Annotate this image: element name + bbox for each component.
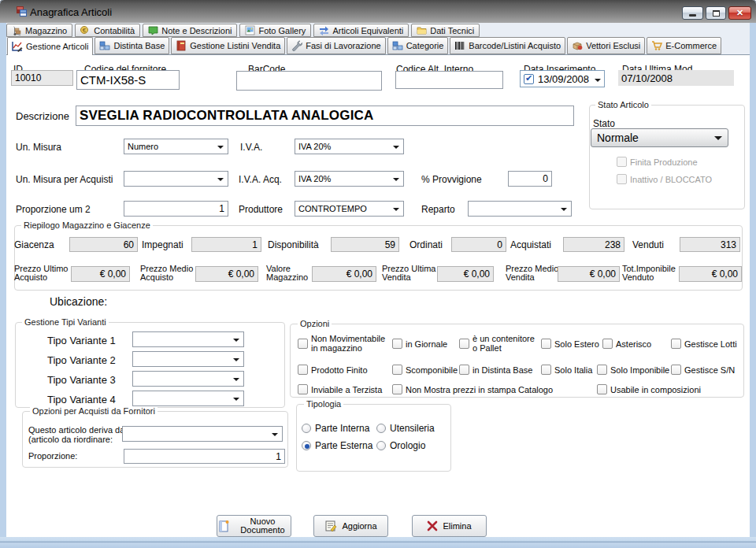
radio-parte-esterna[interactable]: Parte Esterna [302, 440, 372, 451]
data-inserimento-value: 13/09/2008 [538, 73, 589, 85]
nuovo-documento-button[interactable]: Nuovo Documento [217, 515, 291, 537]
provvigione-field[interactable]: 0 [508, 171, 552, 187]
prezzo-medio-vendita-value: € 0,00 [590, 268, 616, 280]
stato-combo[interactable]: Normale [591, 128, 728, 147]
radio-label: Parte Esterna [315, 440, 372, 451]
tipo-variante-3-combo[interactable] [132, 371, 244, 387]
tab-vettori-esclusi[interactable]: Vettori Esclusi [567, 37, 645, 54]
codice-fornitore-field[interactable]: CTM-IX58-S [76, 70, 180, 90]
checkbox-label: Non Movimentabile in magazzino [311, 334, 386, 353]
proporzione-field[interactable]: 1 [124, 449, 285, 464]
iva-combo[interactable]: IVA 20% [295, 139, 404, 154]
deriva-combo[interactable] [122, 426, 283, 442]
ecommerce-icon [651, 40, 662, 51]
checkbox-scomponibile[interactable]: Scomponibile [392, 365, 458, 375]
tab-categorie[interactable]: Categorie [387, 37, 449, 54]
tab-label: Foto Gallery [258, 26, 306, 35]
checkbox-box [392, 384, 402, 394]
finita-produzione-checkbox[interactable]: Finita Produzione [617, 157, 698, 167]
tipo-variante-1-combo[interactable] [132, 331, 244, 347]
checkbox-label: Non Mostra prezzi in stampa Catalogo [406, 385, 553, 394]
radio-orologio[interactable]: Orologio [376, 440, 425, 451]
checkbox-in-distinta-base[interactable]: in Distinta Base [459, 365, 532, 375]
dati-tecnici-icon [417, 25, 427, 35]
tab-barcode-listini-acquisto[interactable]: Barcode/Listini Acquisto [450, 37, 565, 54]
tab-dati-tecnici[interactable]: Dati Tecnici [411, 24, 480, 37]
checkbox-box [392, 365, 402, 375]
tab-gestione-articoli[interactable]: Gestione Articoli [7, 37, 93, 55]
tab-note-descrizioni[interactable]: Note e Descrizioni [143, 24, 237, 37]
proporzione-um2-field[interactable]: 1 [124, 201, 228, 217]
checkbox-usabile-composizioni[interactable]: Usabile in composizioni [597, 384, 701, 394]
barcode-field[interactable] [236, 71, 382, 91]
checkbox-prodotto-finito[interactable]: Prodotto Finito [298, 365, 368, 375]
data-ultima-mod-field: 07/10/2008 [618, 70, 734, 86]
checkbox-box [541, 365, 551, 375]
checkbox-asterisco[interactable]: Asterisco [602, 339, 651, 349]
tab-fasi-lavorazione[interactable]: Fasi di Lavorazione [287, 37, 385, 54]
checkbox-solo-italia[interactable]: Solo Italia [541, 365, 592, 375]
tab-gestione-listini-vendita[interactable]: Gestione Listini Vendita [171, 37, 285, 54]
tab-articoli-equivalenti[interactable]: Articoli Equivalenti [313, 24, 409, 37]
riepilogo-group-title: Riepilogo Magazzino e Giacenze [21, 220, 153, 230]
acquisti-fornitori-group-title: Opzioni per Acquisti da Fornitori [30, 406, 158, 416]
minimize-button[interactable] [682, 6, 703, 20]
reparto-combo[interactable] [468, 201, 572, 217]
proporzione-label: Proporzione: [28, 452, 77, 461]
title-bar[interactable]: Anagrafica Articoli ✕ [0, 0, 756, 23]
tab-ecommerce[interactable]: E-Commerce [647, 37, 721, 54]
un-misura-combo[interactable]: Numero [124, 139, 228, 154]
close-button[interactable]: ✕ [728, 6, 751, 20]
checkbox-in-giornale[interactable]: in Giornale [392, 339, 447, 349]
tipo-variante-4-combo[interactable] [132, 391, 244, 406]
inattivo-bloccato-checkbox[interactable]: Inattivo / BLOCCATO [617, 174, 712, 184]
tipo-variante-2-combo[interactable] [132, 351, 244, 367]
top-tab-row: Magazzino €Contabilità Note e Descrizion… [6, 24, 480, 37]
checkbox-label: è un contenitore o Pallet [472, 334, 542, 353]
acquistati-value: 238 [605, 239, 621, 250]
deriva-label-1: Questo articolo deriva da [28, 426, 124, 435]
radio-utensileria[interactable]: Utensileria [376, 423, 435, 434]
checkbox-contenitore-pallet[interactable]: è un contenitore o Pallet [459, 334, 542, 353]
tab-foto-gallery[interactable]: Foto Gallery [239, 24, 311, 37]
tab-magazzino[interactable]: Magazzino [6, 24, 72, 37]
radio-label: Utensileria [390, 423, 435, 434]
checkbox-label: Solo Estero [554, 339, 599, 349]
maximize-button[interactable] [706, 6, 726, 20]
checkbox-label: Usabile in composizioni [610, 385, 701, 394]
checkbox-inviabile-terzista[interactable]: Inviabile a Terzista [298, 384, 382, 394]
anagrafica-articoli-window: Anagrafica Articoli ✕ Magazzino €Contabi… [0, 0, 756, 548]
tab-label: Note e Descrizioni [161, 26, 232, 35]
checkbox-solo-imponibile[interactable]: Solo Imponibile [597, 365, 669, 375]
codice-alt-field[interactable] [395, 71, 503, 89]
checkbox-box [602, 339, 613, 349]
radio-parte-interna[interactable]: Parte Interna [302, 423, 369, 434]
tab-label: E-Commerce [665, 41, 717, 50]
reparto-label: Reparto [421, 204, 455, 215]
checkbox-box [459, 365, 469, 375]
tipo-variante-4-label: Tipo Variante 4 [47, 394, 116, 405]
button-label: Nuovo Documento [235, 517, 291, 535]
un-misura-acquisti-combo[interactable] [124, 171, 228, 187]
descrizione-field[interactable]: SVEGLIA RADIOCONTROLLATA ANALOGICA [76, 106, 574, 126]
prezzo-ultima-vendita-field: € 0,00 [437, 266, 494, 282]
iva-acq-combo[interactable]: IVA 20% [295, 171, 404, 187]
produttore-combo[interactable]: CONTROTEMPO [295, 201, 404, 217]
data-ultima-mod-value: 07/10/2008 [621, 72, 673, 84]
data-inserimento-field[interactable]: 13/09/2008 [520, 70, 605, 87]
checkbox-non-movimentabile[interactable]: Non Movimentabile in magazzino [298, 334, 386, 353]
tab-contabilita[interactable]: €Contabilità [75, 24, 140, 37]
stato-label: Stato [593, 118, 615, 129]
checkbox-solo-estero[interactable]: Solo Estero [541, 339, 599, 349]
checkbox-gestisce-lotti[interactable]: Gestisce Lotti [671, 339, 737, 349]
data-inserimento-checkbox[interactable] [524, 74, 534, 84]
tab-distinta-base[interactable]: Distinta Base [94, 37, 169, 54]
checkbox-gestisce-sn[interactable]: Gestisce S/N [671, 365, 735, 375]
elimina-button[interactable]: Elimina [412, 515, 487, 537]
combo-value: IVA 20% [298, 142, 331, 151]
aggiorna-button[interactable]: Aggiorna [313, 515, 388, 537]
ordinati-value: 0 [497, 239, 502, 250]
checkbox-non-mostra-prezzi[interactable]: Non Mostra prezzi in stampa Catalogo [392, 384, 553, 394]
stato-articolo-group-title: Stato Articolo [595, 100, 651, 109]
id-value: 10010 [15, 72, 41, 83]
